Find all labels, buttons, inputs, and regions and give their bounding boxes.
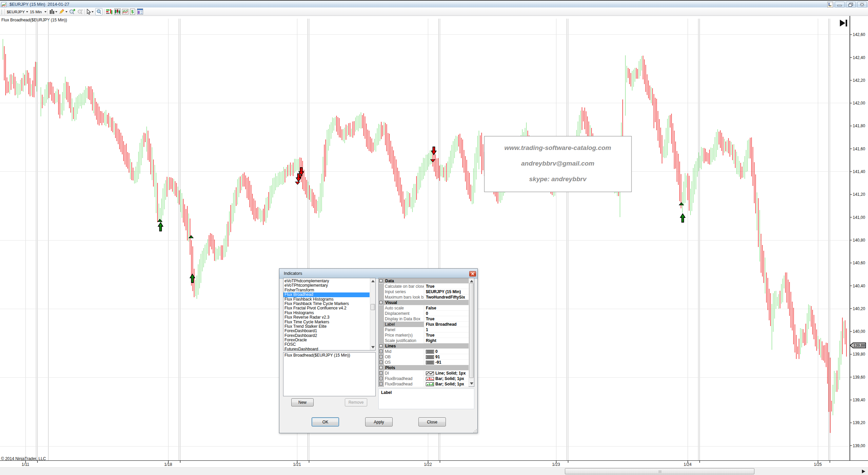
svg-text:139,88: 139,88 bbox=[853, 343, 865, 347]
svg-text:141,20: 141,20 bbox=[853, 192, 865, 197]
svg-text:140,40: 140,40 bbox=[853, 284, 865, 288]
svg-text:$: $ bbox=[131, 9, 134, 14]
svg-text:141,80: 141,80 bbox=[853, 124, 865, 128]
svg-text:www.trading-software-catalog.c: www.trading-software-catalog.com bbox=[505, 144, 611, 151]
svg-text:140,60: 140,60 bbox=[853, 261, 865, 265]
svg-text:142,40: 142,40 bbox=[853, 55, 865, 60]
svg-text:skype: andreybbrv: skype: andreybbrv bbox=[529, 175, 587, 183]
svg-text:142,00: 142,00 bbox=[853, 101, 865, 106]
svg-text:139,40: 139,40 bbox=[853, 398, 865, 402]
svg-text:140,80: 140,80 bbox=[853, 238, 865, 243]
svg-text:139,20: 139,20 bbox=[853, 420, 865, 425]
svg-text:141,00: 141,00 bbox=[853, 215, 865, 220]
svg-text:139,80: 139,80 bbox=[853, 352, 865, 357]
svg-text:141,40: 141,40 bbox=[853, 169, 865, 174]
svg-text:139,60: 139,60 bbox=[853, 375, 865, 380]
svg-text:141,60: 141,60 bbox=[853, 147, 865, 151]
svg-text:140,00: 140,00 bbox=[853, 329, 865, 334]
svg-text:Flux Broadhead($EURJPY (15 Min: Flux Broadhead($EURJPY (15 Min)) bbox=[1, 18, 67, 22]
svg-text:andreybbrv@gmail.com: andreybbrv@gmail.com bbox=[521, 160, 594, 167]
svg-text:142,60: 142,60 bbox=[853, 32, 865, 37]
svg-text:139,00: 139,00 bbox=[853, 443, 865, 448]
svg-text:140,20: 140,20 bbox=[853, 306, 865, 311]
svg-text:142,20: 142,20 bbox=[853, 78, 865, 83]
